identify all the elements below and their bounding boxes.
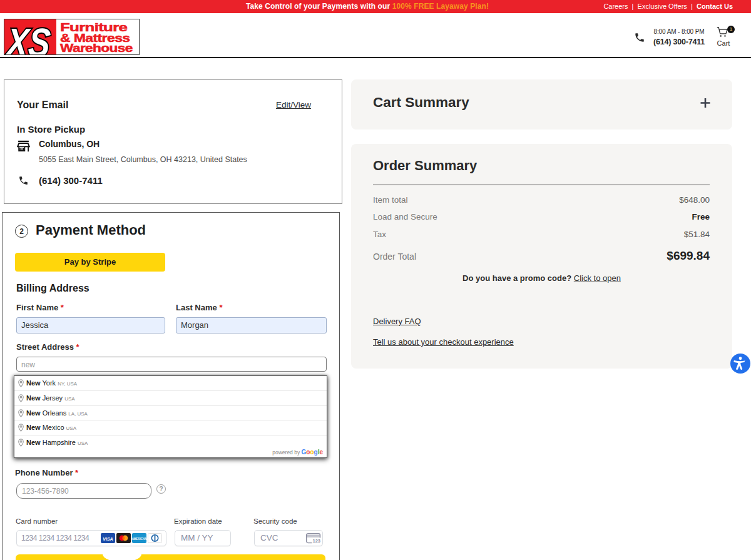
svg-text:AMERICAN: AMERICAN	[132, 537, 146, 541]
svg-text:XS: XS	[4, 20, 52, 54]
svg-text:VISA: VISA	[103, 537, 113, 541]
svg-text:123: 123	[313, 538, 321, 544]
